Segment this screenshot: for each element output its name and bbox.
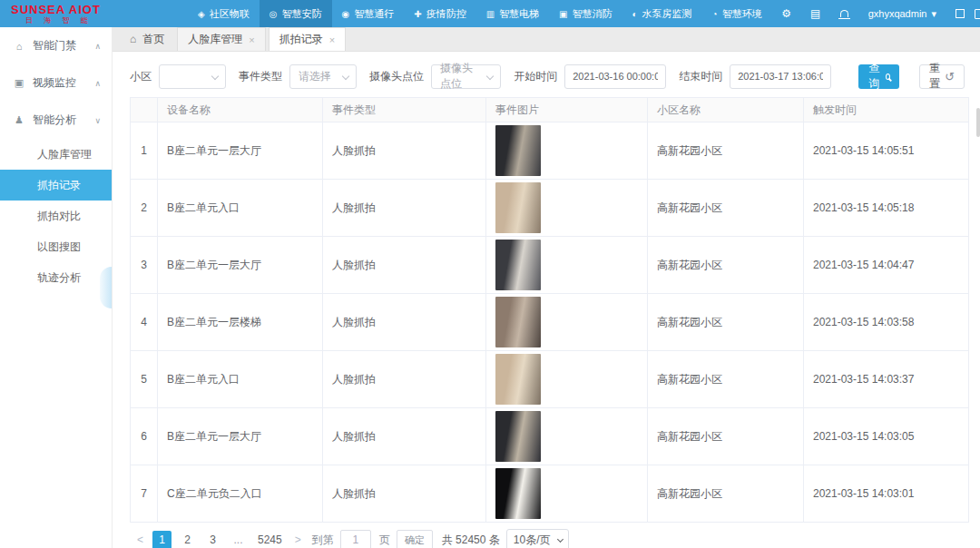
page-number[interactable]: 2 [178,531,197,548]
person-analysis-icon: ♟ [14,114,24,126]
community-select[interactable] [159,64,226,89]
community-label: 小区 [130,69,152,84]
goto-page-input[interactable] [340,530,371,548]
community-name: 高新花园小区 [648,237,804,294]
table-row[interactable]: 1 B座二单元一层大厅 人脸抓拍 高新花园小区 2021-03-15 14:05… [131,122,969,180]
sidebar-group[interactable]: ▣视频监控∧ [0,64,112,102]
top-icons: ⚙▤ [772,0,859,27]
reset-button[interactable]: 重置 ↺ [919,64,965,89]
page-number[interactable]: 5245 [254,531,286,548]
event-image[interactable] [495,297,541,347]
tab[interactable]: 人脸库管理× [177,27,265,51]
column-header: 设备名称 [158,98,323,122]
row-index: 4 [131,294,158,351]
top-nav-item[interactable]: ◎智慧安防 [260,0,332,27]
start-time-input[interactable] [564,64,666,89]
bell-icon[interactable] [830,10,859,17]
fullscreen-icon[interactable] [946,0,975,27]
tab[interactable]: ⌂首页 [120,27,174,51]
caret-icon: ∨ [94,116,101,125]
event-image[interactable] [495,125,541,176]
column-header: 事件类型 [323,98,486,122]
top-nav-label: 社区物联 [210,7,250,21]
filter-bar: 小区 事件类型 请选择 摄像头点位 摄像头点位 开始时间 [130,64,965,89]
page-number[interactable]: 3 [203,531,222,548]
event-type: 人脸抓拍 [323,465,486,523]
community-name: 高新花园小区 [648,180,804,237]
event-image[interactable] [495,240,541,290]
table-header-row: 设备名称事件类型事件图片小区名称触发时间 [131,98,969,122]
table-row[interactable]: 5 B座二单元入口 人脸抓拍 高新花园小区 2021-03-15 14:03:3… [131,351,969,408]
table-row[interactable]: 6 B座二单元一层大厅 人脸抓拍 高新花园小区 2021-03-15 14:03… [131,408,969,465]
sidebar-item[interactable]: 人脸库管理 [0,139,112,170]
monitor-icon[interactable] [975,9,980,19]
event-type-select[interactable]: 请选择 [289,64,357,89]
page-size-select[interactable]: 10条/页 [506,529,570,548]
home-icon: ⌂ [130,33,136,45]
smart-elevator-icon: ▥ [486,9,495,19]
top-nav-item[interactable]: ◐水泵房监测 [622,0,702,27]
table-row[interactable]: 4 B座二单元一层楼梯 人脸抓拍 高新花园小区 2021-03-15 14:03… [131,294,969,351]
smart-environment-icon: ◔ [712,9,718,19]
prev-page-icon[interactable]: < [134,533,146,546]
column-header: 触发时间 [804,98,969,122]
end-time-input[interactable] [730,64,831,89]
top-nav-label: 水泵房监测 [642,7,692,21]
top-nav-item[interactable]: ▥智慧电梯 [476,0,549,27]
reset-button-label: 重置 [929,61,940,92]
sidebar-item[interactable]: 轨迹分析 [0,262,112,293]
chevron-down-icon [211,72,219,79]
table-row[interactable]: 3 B座二单元一层大厅 人脸抓拍 高新花园小区 2021-03-15 14:04… [131,237,969,294]
camera-select[interactable]: 摄像头点位 [431,64,501,89]
top-nav-item[interactable]: ✚疫情防控 [404,0,475,27]
page-number[interactable]: 1 [152,531,172,548]
top-nav-item[interactable]: ◈社区物联 [188,0,260,27]
top-nav-item[interactable]: ◔智慧环境 [702,0,772,27]
event-image[interactable] [495,182,541,233]
event-image[interactable] [495,411,541,462]
top-nav-label: 智慧通行 [354,7,394,21]
search-button[interactable]: 查询 [858,64,899,89]
chevron-down-icon [486,72,494,79]
event-type: 人脸抓拍 [323,122,486,180]
sidebar-item[interactable]: 抓拍记录 [0,170,112,201]
close-icon[interactable]: × [249,34,254,45]
sidebar-group-label: 智能分析 [33,113,76,128]
table-row[interactable]: 2 B座二单元入口 人脸抓拍 高新花园小区 2021-03-15 14:05:1… [131,180,969,237]
user-menu[interactable]: gxhyxqadmin ▾ [859,0,946,27]
table-scrollbar[interactable] [976,108,980,137]
event-type: 人脸抓拍 [323,180,486,237]
top-nav-label: 智慧环境 [722,7,762,21]
goto-confirm-button[interactable]: 确定 [397,530,433,548]
close-icon[interactable]: × [329,34,335,45]
row-index: 3 [131,237,158,294]
chevron-down-icon [342,72,349,79]
trigger-time: 2021-03-15 14:04:47 [804,237,969,294]
sidebar-collapse-handle[interactable] [100,267,112,308]
sidebar-item[interactable]: 抓拍对比 [0,201,112,231]
tab[interactable]: 抓拍记录× [269,27,346,51]
sidebar-group[interactable]: ♟智能分析∨ [0,102,112,139]
smart-fire-icon: ▣ [559,9,567,19]
pagination: < 123...5245 > 到第 页 确定 共 52450 条 10条/页 [134,529,965,548]
top-nav-item[interactable]: ▣智慧消防 [549,0,622,27]
start-time-label: 开始时间 [514,69,557,84]
event-type: 人脸抓拍 [323,237,486,294]
event-image[interactable] [495,354,541,405]
gear-icon[interactable]: ⚙ [772,7,801,20]
trigger-time: 2021-03-15 14:03:58 [804,294,969,351]
sidebar-group[interactable]: ⌂智能门禁∧ [0,27,112,64]
row-index: 2 [131,180,158,237]
tab-bar: ⌂首页人脸库管理×抓拍记录× [113,27,980,52]
top-nav-item[interactable]: ◉智慧通行 [332,0,405,27]
search-button-label: 查询 [867,61,880,92]
community-name: 高新花园小区 [648,465,804,523]
community-name: 高新花园小区 [648,122,804,180]
next-page-icon[interactable]: > [292,533,304,546]
epidemic-control-icon: ✚ [414,9,421,19]
table-row[interactable]: 7 C座二单元负二入口 人脸抓拍 高新花园小区 2021-03-15 14:03… [131,465,969,523]
message-card-icon[interactable]: ▤ [801,7,830,20]
pump-room-monitor-icon: ◐ [632,9,638,19]
event-image[interactable] [495,468,541,519]
sidebar-item[interactable]: 以图搜图 [0,231,112,262]
